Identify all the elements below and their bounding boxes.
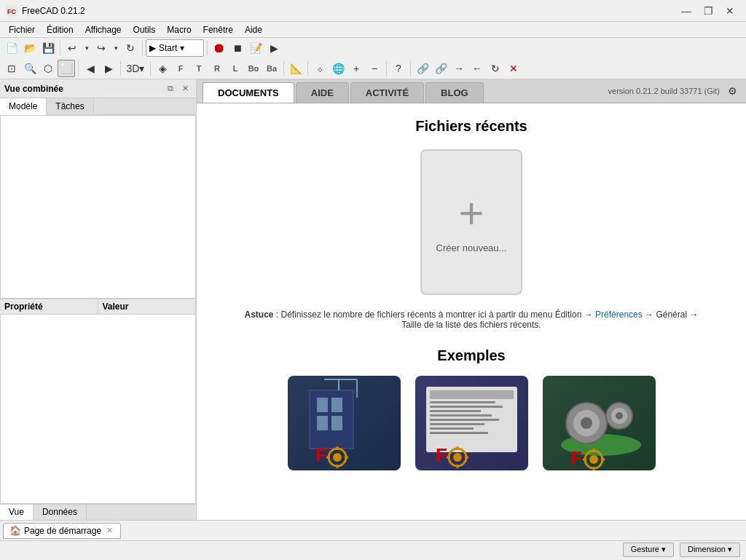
svg-text:F: F	[436, 444, 447, 466]
redo-dropdown-button[interactable]: ▾	[111, 39, 121, 57]
svg-point-29	[453, 453, 462, 462]
bug-report-button[interactable]: 🔗	[432, 60, 449, 77]
zoom-out-button[interactable]: −	[366, 60, 383, 77]
tab-aide[interactable]: AIDE	[296, 82, 349, 103]
menu-affichage[interactable]: Affichage	[79, 22, 127, 38]
save-file-button[interactable]: 💾	[39, 39, 57, 57]
bp-tab-donnees[interactable]: Données	[34, 505, 87, 520]
bp-tab-vue[interactable]: Vue	[0, 505, 34, 520]
workbench-icon: ▶	[149, 43, 156, 53]
close-button[interactable]: ✕	[720, 2, 740, 20]
toolbar-sep-5	[120, 61, 121, 76]
start-page-tab[interactable]: 🏠 Page de démarrage ✕	[3, 523, 121, 539]
draw-style-button[interactable]: ⬡	[39, 60, 57, 77]
menu-fichier[interactable]: Fichier	[3, 22, 41, 38]
undo-dropdown-button[interactable]: ▾	[82, 39, 92, 57]
svg-rect-5	[317, 416, 328, 430]
menubar: Fichier Édition Affichage Outils Macro F…	[0, 22, 746, 38]
panel-float-button[interactable]: ⧉	[164, 82, 177, 95]
toolbar-sep-8	[307, 61, 308, 76]
toolbar-sep-10	[410, 61, 411, 76]
examples-title: Exemples	[226, 347, 717, 364]
record-macro-button[interactable]: ⏺	[211, 39, 228, 57]
examples-row: F	[226, 376, 717, 470]
tab-activite[interactable]: ACTIVITÉ	[350, 82, 424, 103]
start-page-tab-close[interactable]: ✕	[104, 526, 114, 536]
left-panel: Vue combinée ⧉ ✕ Modèle Tâches Propriété…	[0, 79, 197, 520]
example-card-1[interactable]: F	[288, 376, 401, 470]
property-col-header: Propriété	[0, 299, 98, 314]
next-page-button[interactable]: →	[450, 60, 468, 77]
recent-files-title: Fichiers récents	[226, 118, 717, 135]
svg-rect-23	[430, 419, 499, 421]
example-card-2[interactable]: F	[415, 376, 528, 470]
menu-macro[interactable]: Macro	[161, 22, 197, 38]
stop-macro-button[interactable]: ⏹	[229, 39, 246, 57]
view-front-button[interactable]: F	[172, 60, 189, 77]
panel-close-button[interactable]: ✕	[178, 82, 192, 95]
bottom-panel-tabs: Vue Données	[0, 504, 196, 520]
what-is-button[interactable]: 🔗	[414, 60, 431, 77]
svg-rect-6	[331, 416, 342, 430]
perspective-button[interactable]: 🌐	[329, 60, 347, 77]
property-panel: Propriété Valeur	[0, 299, 196, 504]
menu-aide[interactable]: Aide	[239, 22, 268, 38]
undo-button[interactable]: ↩	[63, 39, 81, 57]
gesture-button[interactable]: Gesture ▾	[623, 543, 674, 557]
clip-plane-button[interactable]: ⬦	[311, 60, 329, 77]
menu-outils[interactable]: Outils	[127, 22, 162, 38]
stop-load-button[interactable]: ✕	[505, 60, 522, 77]
edit-macro-button[interactable]: 📝	[247, 39, 264, 57]
new-file-card[interactable]: + Créer nouveau...	[420, 149, 522, 295]
menu-fenetre[interactable]: Fenêtre	[197, 22, 239, 38]
tab-blog[interactable]: BLOG	[425, 82, 484, 103]
example-card-3[interactable]: F	[543, 376, 656, 470]
workbench-selector[interactable]: ▶ Start ▾	[146, 39, 204, 57]
tab-taches[interactable]: Tâches	[47, 98, 93, 114]
view-bottom-button[interactable]: Bo	[245, 60, 262, 77]
view-left-button[interactable]: L	[227, 60, 244, 77]
open-file-button[interactable]: 📂	[21, 39, 39, 57]
panel-title: Vue combinée	[4, 84, 164, 94]
redo-button[interactable]: ↪	[93, 39, 110, 57]
view-top-button[interactable]: T	[190, 60, 208, 77]
zoom-in-button[interactable]: +	[348, 60, 365, 77]
prev-page-button[interactable]: ←	[468, 60, 486, 77]
tab-documents[interactable]: DOCUMENTS	[203, 82, 294, 103]
svg-rect-18	[430, 390, 514, 399]
refresh-page-button[interactable]: ↻	[487, 60, 504, 77]
run-macro-button[interactable]: ▶	[265, 39, 283, 57]
svg-text:FC: FC	[7, 8, 16, 15]
svg-rect-22	[430, 414, 492, 417]
hint-preferences-link[interactable]: Préférences	[595, 309, 643, 320]
new-file-button[interactable]: 📄	[3, 39, 20, 57]
menu-edition[interactable]: Édition	[41, 22, 79, 38]
content-tabs: DOCUMENTS AIDE ACTIVITÉ BLOG	[197, 79, 608, 103]
fit-all-button[interactable]: ⊡	[3, 60, 20, 77]
refresh-button[interactable]: ↻	[122, 39, 139, 57]
minimize-button[interactable]: —	[676, 2, 696, 20]
dimension-button[interactable]: Dimension ▾	[680, 543, 740, 557]
start-page-tab-label: Page de démarrage	[24, 526, 101, 536]
fit-selection-button[interactable]: 🔍	[21, 60, 39, 77]
settings-button[interactable]: ⚙	[724, 83, 740, 99]
statusbar: Gesture ▾ Dimension ▾	[0, 540, 746, 558]
tab-modele[interactable]: Modèle	[0, 98, 47, 115]
toolbar-sep-4	[78, 61, 79, 76]
bounding-box-button[interactable]: ⬜	[58, 60, 75, 77]
view-right-button[interactable]: R	[208, 60, 226, 77]
back-nav-button[interactable]: ◀	[82, 60, 99, 77]
toolbar-area: 📄 📂 💾 ↩ ▾ ↪ ▾ ↻ ▶ Start ▾ ⏺ ⏹ 📝 ▶ ⊡ 🔍 ⬡ …	[0, 38, 746, 79]
toolbar-sep-1	[60, 41, 60, 55]
help-button[interactable]: ?	[390, 60, 407, 77]
view-back-button[interactable]: Ba	[263, 60, 280, 77]
std-view-dropdown[interactable]: 3D▾	[124, 60, 147, 77]
version-info: version 0.21.2 build 33771 (Git) ⚙	[608, 83, 746, 99]
maximize-button[interactable]: ❐	[698, 2, 718, 20]
forward-nav-button[interactable]: ▶	[100, 60, 117, 77]
svg-rect-19	[430, 401, 495, 403]
hint-body: : Définissez le nombre de fichiers récen…	[274, 309, 596, 320]
view-3d-button[interactable]: ◈	[154, 60, 171, 77]
measure-button[interactable]: 📐	[287, 60, 305, 77]
svg-point-43	[589, 455, 598, 464]
